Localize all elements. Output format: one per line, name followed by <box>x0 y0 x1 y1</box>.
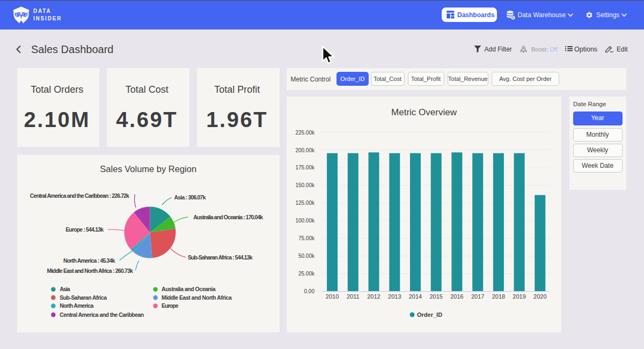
svg-text:2013: 2013 <box>388 293 401 300</box>
svg-text:North America: North America <box>60 302 93 309</box>
svg-text:25.00k: 25.00k <box>298 271 315 277</box>
svg-text:North America : 45.34k: North America : 45.34k <box>63 257 115 263</box>
svg-text:2017: 2017 <box>471 293 484 300</box>
svg-text:2020: 2020 <box>533 293 546 300</box>
svg-text:2016: 2016 <box>450 293 463 300</box>
svg-text:2015: 2015 <box>429 293 442 300</box>
svg-text:2010: 2010 <box>326 293 339 300</box>
svg-text:Sub-Saharan Africa: Sub-Saharan Africa <box>60 294 107 300</box>
svg-text:150.00k: 150.00k <box>295 182 315 188</box>
svg-text:Order_ID: Order_ID <box>417 311 442 318</box>
svg-text:0.00: 0.00 <box>304 288 315 294</box>
svg-text:Central America and the Caribb: Central America and the Caribbean <box>60 311 144 317</box>
svg-text:200.00k: 200.00k <box>295 147 315 153</box>
svg-text:2018: 2018 <box>492 293 505 300</box>
svg-text:2011: 2011 <box>347 293 360 300</box>
svg-text:125.00k: 125.00k <box>295 200 315 206</box>
svg-text:Europe: Europe <box>162 302 179 309</box>
svg-text:225.00k: 225.00k <box>295 130 315 136</box>
svg-text:175.00k: 175.00k <box>295 165 315 170</box>
svg-text:2019: 2019 <box>513 293 525 300</box>
svg-text:Europe : 544.13k: Europe : 544.13k <box>65 226 104 233</box>
svg-text:Australia and Oceania : 170.04: Australia and Oceania : 170.04k <box>193 213 263 220</box>
svg-text:Middle East and North Africa :: Middle East and North Africa : 260.73k <box>47 267 133 273</box>
svg-text:Asia: Asia <box>60 286 70 292</box>
svg-text:Asia : 306.07k: Asia : 306.07k <box>174 194 206 201</box>
svg-text:Central America and the Caribb: Central America and the Caribbean : 226.… <box>30 192 129 199</box>
svg-text:Australia and Oceania: Australia and Oceania <box>162 286 216 292</box>
svg-text:50.00k: 50.00k <box>298 253 315 259</box>
svg-text:2014: 2014 <box>409 293 422 300</box>
svg-text:Sub-Saharan Africa : 544.13k: Sub-Saharan Africa : 544.13k <box>187 254 252 261</box>
svg-text:Middle East and North Africa: Middle East and North Africa <box>162 294 232 300</box>
svg-text:100.00k: 100.00k <box>295 218 315 224</box>
svg-text:75.00k: 75.00k <box>298 235 315 241</box>
svg-text:2012: 2012 <box>367 293 380 300</box>
